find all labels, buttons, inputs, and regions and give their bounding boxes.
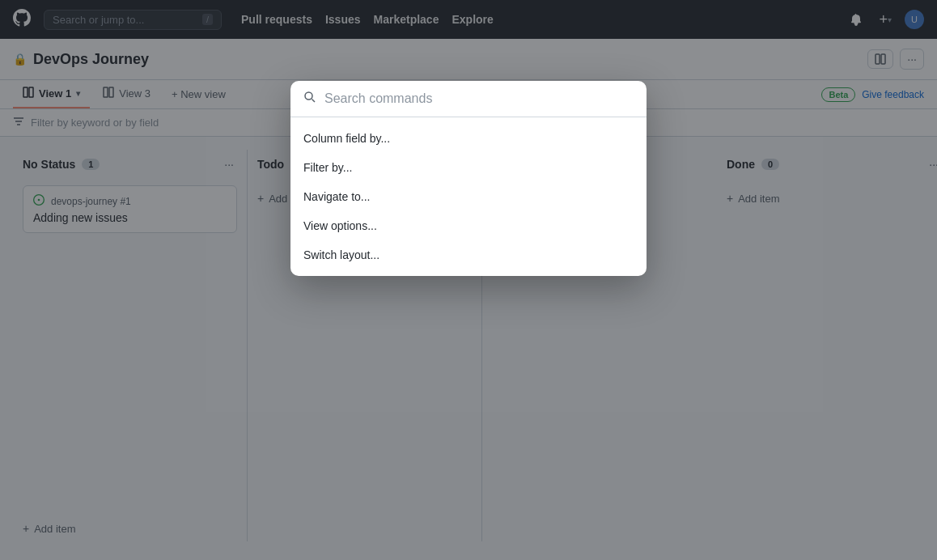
cp-item-column-field[interactable]: Column field by... [290,124,647,153]
cp-item-filter-by[interactable]: Filter by... [290,153,647,182]
cp-item-view-options[interactable]: View options... [290,211,647,240]
command-palette-list: Column field by... Filter by... Navigate… [290,117,647,276]
cp-item-switch-layout[interactable]: Switch layout... [290,240,647,269]
command-palette-overlay[interactable]: Column field by... Filter by... Navigate… [0,0,937,554]
svg-line-10 [312,100,316,103]
cp-item-navigate-to[interactable]: Navigate to... [290,182,647,211]
svg-point-9 [305,92,312,100]
command-palette-search-row [290,81,647,117]
command-palette-search-icon [303,91,316,107]
command-palette-input[interactable] [324,91,634,106]
command-palette: Column field by... Filter by... Navigate… [290,81,647,276]
